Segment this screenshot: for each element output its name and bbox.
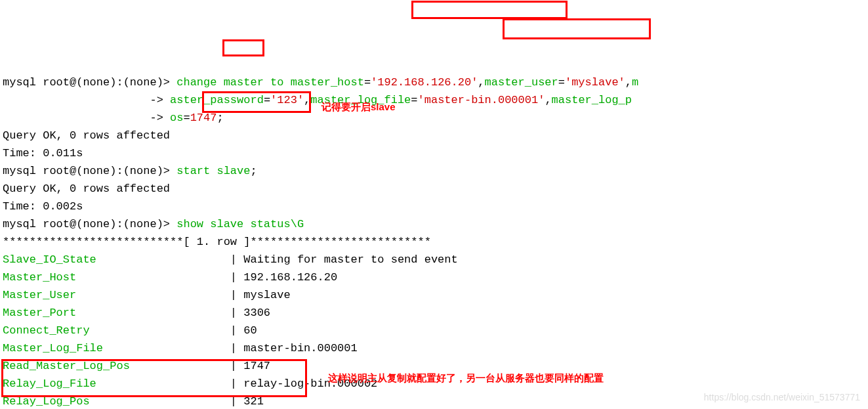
highlight-slave-running <box>1 359 307 397</box>
highlight-log-pos <box>222 39 264 56</box>
annotation-replication-done: 这样说明主从复制就配置好了，另一台从服务器也要同样的配置 <box>328 369 604 387</box>
annotation-start-slave: 记得要开启slave <box>321 98 396 116</box>
watermark: https://blog.csdn.net/weixin_51573771 <box>704 389 860 406</box>
highlight-master-host <box>411 1 568 19</box>
highlight-start-slave <box>202 91 311 113</box>
highlight-master-log-file <box>503 18 651 39</box>
